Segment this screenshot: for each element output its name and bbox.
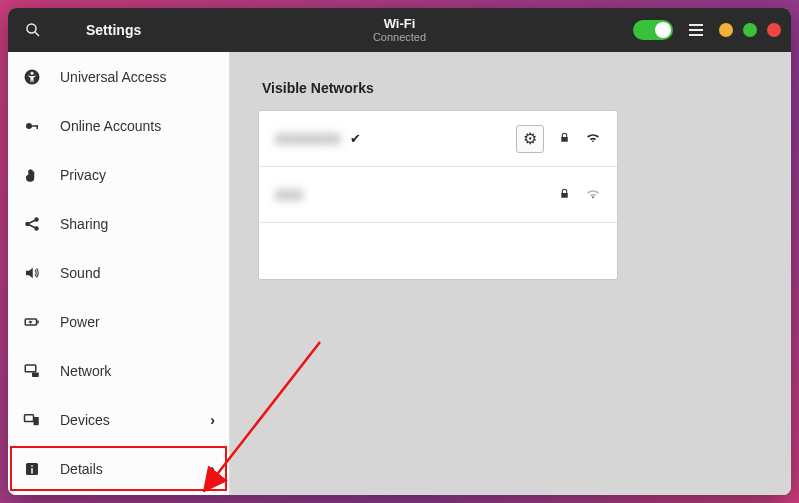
sidebar-item-universal-access[interactable]: Universal Access [8, 52, 229, 101]
wifi-signal-icon [585, 129, 601, 149]
svg-rect-18 [31, 468, 33, 473]
menu-button[interactable] [683, 17, 709, 43]
accessibility-icon [22, 68, 42, 86]
network-row[interactable]: XXX [259, 167, 617, 223]
svg-point-0 [27, 24, 36, 33]
sidebar-item-label: Sound [60, 265, 100, 281]
section-title: Visible Networks [262, 80, 763, 96]
content-pane: Visible Networks XXXXXXX ✔ ⚙ [230, 52, 791, 495]
share-icon [22, 215, 42, 233]
svg-point-3 [31, 71, 34, 74]
wifi-toggle[interactable] [633, 20, 673, 40]
maximize-button[interactable] [743, 23, 757, 37]
svg-rect-13 [32, 372, 39, 377]
page-title-main: Wi-Fi [373, 17, 426, 31]
minimize-button[interactable] [719, 23, 733, 37]
lock-icon [558, 130, 571, 148]
sidebar-list: Universal Access Online Accounts Privacy [8, 52, 229, 493]
hamburger-icon [689, 29, 703, 31]
search-button[interactable] [18, 15, 48, 45]
page-title-sub: Connected [373, 31, 426, 43]
search-icon [24, 21, 42, 39]
network-ssid: XXXXXXX [275, 131, 340, 147]
connected-check-icon: ✔ [350, 131, 361, 146]
svg-rect-19 [561, 136, 568, 141]
body: Universal Access Online Accounts Privacy [8, 52, 791, 495]
sidebar-item-label: Online Accounts [60, 118, 161, 134]
sidebar-item-label: Sharing [60, 216, 108, 232]
sidebar-item-devices[interactable]: Devices › [8, 395, 229, 444]
sidebar-item-label: Privacy [60, 167, 106, 183]
network-row[interactable]: XXXXXXX ✔ ⚙ [259, 111, 617, 167]
svg-rect-15 [34, 417, 39, 425]
chevron-right-icon: › [210, 461, 215, 477]
wifi-signal-weak-icon [585, 185, 601, 205]
sidebar-item-network[interactable]: Network [8, 346, 229, 395]
sidebar-item-label: Details [60, 461, 103, 477]
toggle-knob [655, 22, 671, 38]
sidebar-item-details[interactable]: Details › [8, 444, 229, 493]
svg-line-1 [35, 32, 39, 36]
sidebar-item-online-accounts[interactable]: Online Accounts [8, 101, 229, 150]
network-ssid: XXX [275, 187, 303, 203]
close-button[interactable] [767, 23, 781, 37]
svg-point-4 [26, 123, 32, 129]
list-spacer [259, 223, 617, 279]
network-list: XXXXXXX ✔ ⚙ XXX [258, 110, 618, 280]
sidebar-item-sound[interactable]: Sound [8, 248, 229, 297]
cloud-key-icon [22, 117, 42, 135]
svg-rect-12 [25, 365, 36, 372]
sidebar-item-power[interactable]: Power [8, 297, 229, 346]
sidebar: Universal Access Online Accounts Privacy [8, 52, 230, 495]
gear-icon: ⚙ [523, 129, 537, 148]
sidebar-item-label: Devices [60, 412, 110, 428]
svg-rect-11 [37, 320, 39, 323]
page-title: Wi-Fi Connected [373, 17, 426, 43]
chevron-right-icon: › [210, 412, 215, 428]
speaker-icon [22, 264, 42, 282]
svg-rect-6 [37, 125, 39, 129]
info-icon [22, 460, 42, 478]
network-settings-button[interactable]: ⚙ [516, 125, 544, 153]
titlebar: Settings Wi-Fi Connected [8, 8, 791, 52]
network-icon [22, 362, 42, 380]
svg-rect-17 [31, 465, 33, 467]
app-title: Settings [86, 22, 141, 38]
sidebar-item-label: Power [60, 314, 100, 330]
hand-icon [22, 166, 42, 184]
sidebar-item-privacy[interactable]: Privacy [8, 150, 229, 199]
sidebar-item-label: Network [60, 363, 111, 379]
svg-rect-14 [25, 414, 34, 421]
lock-icon [558, 186, 571, 204]
sidebar-item-sharing[interactable]: Sharing [8, 199, 229, 248]
svg-rect-20 [561, 192, 568, 197]
devices-icon [22, 411, 42, 429]
battery-icon [22, 313, 42, 331]
settings-window: Settings Wi-Fi Connected Univers [8, 8, 791, 495]
sidebar-item-label: Universal Access [60, 69, 167, 85]
